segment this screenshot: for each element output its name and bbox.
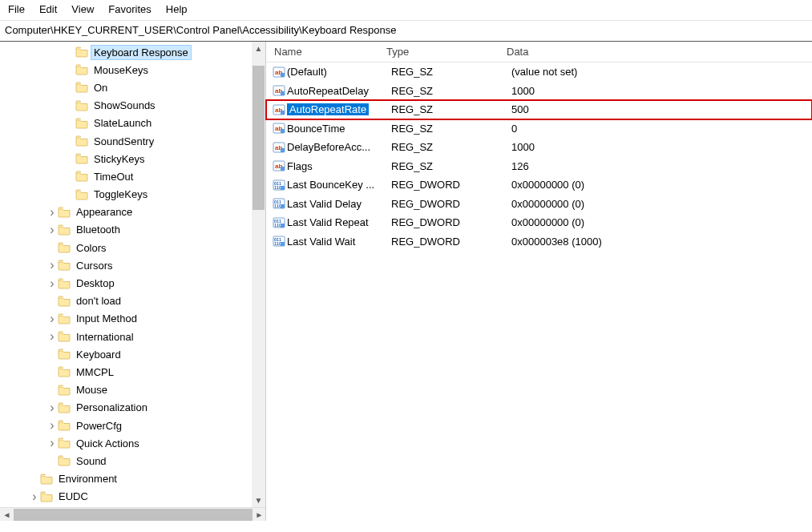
svg-rect-2 (281, 73, 285, 77)
svg-rect-14 (281, 148, 285, 152)
value-row[interactable]: ab AutoRepeatDelayREG_SZ1000 (266, 82, 812, 101)
tree-item-label: SoundSentry (91, 135, 156, 148)
folder-icon (58, 278, 71, 289)
column-header-data[interactable]: Data (507, 46, 812, 58)
folder-icon (58, 224, 71, 236)
svg-text:110: 110 (274, 185, 281, 190)
tree-item[interactable]: › PowerCfg (0, 417, 252, 434)
chevron-right-icon[interactable]: › (46, 205, 58, 220)
menu-help[interactable]: Help (166, 3, 188, 15)
tree-item-label: Appearance (74, 205, 135, 219)
tree-item-label: PowerCfg (74, 419, 124, 433)
value-type: REG_SZ (391, 141, 511, 153)
tree-item-label: Personalization (74, 401, 150, 414)
folder-icon (75, 82, 88, 93)
value-data: 0x00000000 (0) (511, 179, 812, 191)
menu-view[interactable]: View (71, 3, 94, 15)
chevron-right-icon[interactable]: › (46, 276, 58, 291)
scroll-up-icon[interactable]: ▲ (252, 42, 265, 55)
tree-item[interactable]: don't load (0, 292, 252, 310)
tree-item[interactable]: Mouse (0, 381, 252, 399)
scroll-left-icon[interactable]: ◄ (0, 510, 14, 519)
folder-icon (75, 100, 88, 111)
tree-item[interactable]: › International (0, 328, 252, 345)
tree[interactable]: Keyboard Response MouseKeys On ShowSound… (0, 42, 265, 521)
tree-item[interactable]: MouseKeys (0, 61, 252, 79)
tree-item-label: Keyboard (74, 348, 123, 361)
tree-item[interactable]: › Desktop (0, 274, 252, 292)
value-row[interactable]: 011 110 Last Valid DelayREG_DWORD0x00000… (266, 195, 812, 214)
tree-item[interactable]: Environment (0, 470, 252, 488)
tree-item[interactable]: › EUDC (0, 488, 252, 506)
tree-item[interactable]: › Quick Actions (0, 434, 252, 452)
chevron-right-icon[interactable]: › (46, 329, 58, 344)
list-header: Name Type Data (266, 42, 812, 62)
chevron-right-icon[interactable]: › (46, 223, 58, 237)
chevron-right-icon[interactable]: › (46, 436, 58, 450)
tree-item[interactable]: › Cursors (0, 256, 252, 274)
tree-item[interactable]: Keyboard (0, 345, 252, 363)
string-value-icon: ab (271, 122, 287, 135)
folder-icon (40, 474, 53, 485)
value-row[interactable]: ab FlagsREG_SZ126 (266, 157, 812, 176)
value-name: Last Valid Repeat (287, 216, 369, 228)
value-row[interactable]: 011 110 Last Valid RepeatREG_DWORD0x0000… (266, 213, 812, 232)
value-row[interactable]: 011 110 Last BounceKey ...REG_DWORD0x000… (266, 175, 812, 195)
menu-favorites[interactable]: Favorites (108, 3, 151, 15)
chevron-right-icon[interactable]: › (29, 490, 40, 504)
scroll-thumb[interactable] (252, 66, 265, 210)
value-row[interactable]: ab BounceTimeREG_SZ0 (266, 119, 812, 139)
folder-icon (58, 402, 71, 413)
values-list[interactable]: ab (Default)REG_SZ(value not set) ab Aut… (266, 62, 812, 251)
tree-item[interactable]: › Input Method (0, 310, 252, 328)
scroll-down-icon[interactable]: ▼ (252, 494, 265, 507)
tree-item[interactable]: › Appearance (0, 204, 252, 221)
value-data: 0x000003e8 (1000) (511, 236, 812, 248)
tree-item[interactable]: StickyKeys (0, 150, 252, 167)
tree-item[interactable]: › Bluetooth (0, 221, 252, 239)
folder-icon (75, 189, 88, 200)
tree-item[interactable]: MMCPL (0, 363, 252, 381)
tree-item[interactable]: Sound (0, 452, 252, 470)
value-type: REG_DWORD (391, 236, 511, 248)
svg-text:110: 110 (274, 241, 281, 246)
tree-item[interactable]: TimeOut (0, 167, 252, 185)
column-header-name[interactable]: Name (266, 46, 386, 58)
tree-item[interactable]: On (0, 79, 252, 96)
value-row[interactable]: 011 110 Last Valid WaitREG_DWORD0x000003… (266, 232, 812, 252)
tree-item[interactable]: Keyboard Response (0, 43, 252, 61)
value-data: (value not set) (511, 66, 812, 78)
value-type: REG_SZ (391, 123, 511, 135)
tree-item[interactable]: Colors (0, 239, 252, 256)
tree-horizontal-scrollbar[interactable]: ◄ ► (0, 507, 266, 521)
address-bar[interactable]: Computer\HKEY_CURRENT_USER\Control Panel… (0, 21, 812, 42)
scroll-right-icon[interactable]: ► (252, 510, 266, 519)
menu-edit[interactable]: Edit (39, 3, 57, 15)
folder-icon (75, 135, 88, 147)
folder-icon (58, 207, 71, 218)
value-row[interactable]: ab (Default)REG_SZ(value not set) (266, 62, 812, 82)
chevron-right-icon[interactable]: › (46, 401, 58, 415)
tree-item[interactable]: ToggleKeys (0, 186, 252, 204)
folder-icon (75, 153, 88, 164)
chevron-right-icon[interactable]: › (46, 258, 58, 272)
tree-item[interactable]: › Personalization (0, 399, 252, 417)
value-type: REG_SZ (391, 103, 511, 115)
tree-item[interactable]: ShowSounds (0, 97, 252, 115)
tree-item[interactable]: SlateLaunch (0, 115, 252, 132)
tree-vertical-scrollbar[interactable]: ▲ ▼ (252, 42, 265, 521)
chevron-right-icon[interactable]: › (46, 418, 58, 433)
value-name: (Default) (287, 66, 327, 78)
column-header-type[interactable]: Type (386, 46, 507, 58)
value-data: 0 (511, 123, 812, 135)
chevron-right-icon[interactable]: › (46, 312, 58, 326)
hscroll-thumb[interactable] (14, 509, 252, 521)
menubar: File Edit View Favorites Help (0, 0, 812, 21)
folder-icon (58, 385, 71, 396)
value-row[interactable]: ab DelayBeforeAcc...REG_SZ1000 (266, 138, 812, 157)
tree-item[interactable]: SoundSentry (0, 132, 252, 150)
menu-file[interactable]: File (8, 3, 25, 15)
value-type: REG_DWORD (391, 198, 511, 210)
folder-icon (58, 331, 71, 342)
value-row[interactable]: ab AutoRepeatRateREG_SZ500 (266, 100, 812, 119)
